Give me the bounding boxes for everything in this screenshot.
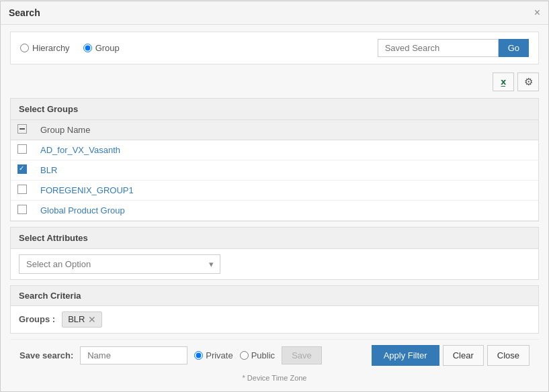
apply-filter-button[interactable]: Apply Filter: [372, 345, 439, 366]
select-all-checkbox[interactable]: [17, 124, 27, 134]
public-label: Public: [251, 350, 275, 360]
save-name-input[interactable]: [80, 346, 187, 364]
attributes-select[interactable]: Select an Option: [19, 254, 220, 274]
dialog-close-button[interactable]: ×: [534, 7, 540, 19]
table-row: AD_for_VX_Vasanth: [11, 140, 538, 160]
tag-label: BLR: [68, 314, 85, 324]
checkbox-cell[interactable]: [11, 160, 34, 180]
public-radio[interactable]: [240, 351, 249, 360]
attributes-dropdown-wrapper: Select an Option: [11, 249, 538, 279]
table-row: FOREGENIX_GROUP1: [11, 180, 538, 200]
select-all-header[interactable]: [11, 120, 34, 140]
dialog-header: Search ×: [1, 1, 548, 25]
group-name-column-header: Group Name: [34, 120, 538, 140]
search-dialog: Search × Hierarchy Group Go: [0, 1, 549, 392]
toolbar-row: x̲ ⚙: [10, 70, 539, 94]
criteria-header: Search Criteria: [11, 286, 538, 306]
group-name-cell: AD_for_VX_Vasanth: [34, 140, 538, 160]
group-radio-label[interactable]: Group: [83, 43, 120, 53]
groups-table: Group Name AD_for_VX_VasanthBLRFOREGENIX…: [11, 120, 538, 221]
private-radio-label[interactable]: Private: [194, 350, 233, 360]
tag-remove-button[interactable]: ✕: [88, 314, 96, 325]
criteria-tags: BLR✕: [62, 311, 102, 328]
group-name-cell: Global Product Group: [34, 200, 538, 220]
groups-panel-header: Select Groups: [11, 99, 538, 120]
attributes-panel: Select Attributes Select an Option: [10, 227, 539, 280]
attributes-panel-header: Select Attributes: [11, 228, 538, 249]
checkbox-cell[interactable]: [11, 200, 34, 220]
select-wrapper: Select an Option: [19, 254, 220, 274]
excel-icon: x̲: [501, 77, 506, 87]
row-checkbox[interactable]: [17, 144, 27, 154]
table-row: Global Product Group: [11, 200, 538, 220]
criteria-body: Groups : BLR✕: [11, 306, 538, 333]
view-mode-radio-group: Hierarchy Group: [20, 43, 120, 53]
group-name-cell: FOREGENIX_GROUP1: [34, 180, 538, 200]
criteria-section: Search Criteria Groups : BLR✕: [10, 285, 539, 334]
close-button[interactable]: Close: [487, 345, 530, 366]
private-radio[interactable]: [194, 351, 203, 360]
group-label: Group: [95, 43, 120, 53]
groups-criteria-label: Groups :: [19, 314, 55, 324]
top-row: Hierarchy Group Go: [10, 32, 539, 64]
row-checkbox[interactable]: [17, 164, 27, 174]
settings-button[interactable]: ⚙: [517, 72, 539, 91]
footer: Save search: Private Public Save Apply F…: [10, 339, 539, 371]
checkbox-cell[interactable]: [11, 140, 34, 160]
go-button[interactable]: Go: [499, 39, 529, 57]
group-name-cell: BLR: [34, 160, 538, 180]
settings-icon: ⚙: [524, 76, 533, 88]
row-checkbox[interactable]: [17, 205, 27, 214]
groups-panel: Select Groups Group Name AD_for_VX_Vasan…: [10, 98, 539, 222]
public-radio-label[interactable]: Public: [240, 350, 275, 360]
dialog-body: Hierarchy Group Go x̲ ⚙ Select G: [1, 25, 548, 391]
footer-left: Save search: Private Public Save: [19, 346, 322, 364]
saved-search-input[interactable]: [378, 39, 499, 57]
checkbox-cell[interactable]: [11, 180, 34, 200]
hierarchy-label: Hierarchy: [32, 43, 70, 53]
save-search-button[interactable]: Save: [282, 346, 322, 364]
excel-export-button[interactable]: x̲: [493, 72, 514, 91]
row-checkbox[interactable]: [17, 185, 27, 194]
hierarchy-radio[interactable]: [20, 44, 29, 52]
footer-right: Apply Filter Clear Close: [372, 345, 530, 366]
group-radio[interactable]: [83, 44, 92, 52]
criteria-tag: BLR✕: [62, 311, 102, 328]
dialog-title: Search: [9, 7, 40, 18]
private-label: Private: [206, 350, 233, 360]
save-search-label: Save search:: [19, 350, 73, 360]
saved-search-row: Go: [378, 39, 529, 57]
table-row: BLR: [11, 160, 538, 180]
clear-button[interactable]: Clear: [443, 345, 484, 366]
timezone-note: * Device Time Zone: [10, 371, 539, 385]
groups-table-wrapper[interactable]: Group Name AD_for_VX_VasanthBLRFOREGENIX…: [11, 120, 538, 221]
hierarchy-radio-label[interactable]: Hierarchy: [20, 43, 70, 53]
